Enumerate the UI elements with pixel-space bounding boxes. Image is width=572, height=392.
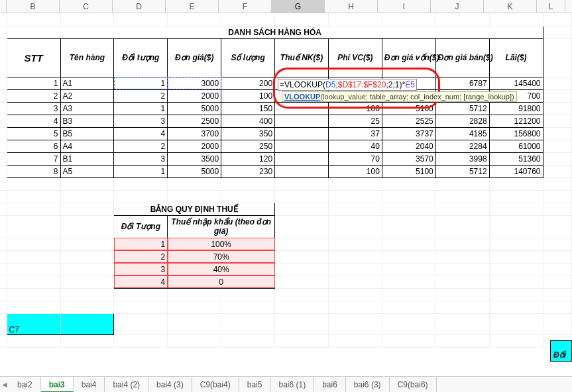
right-cyan-label: Đối tư	[550, 340, 572, 362]
col-G[interactable]: G	[272, 0, 325, 13]
lookup-table-row[interactable]: 270%	[0, 250, 572, 263]
formula-ref3: E5	[405, 80, 415, 89]
table-row[interactable]: 4B3325004002525252828121200	[0, 115, 572, 127]
sheet-tab[interactable]: C9(bai6)	[390, 377, 437, 393]
table2-h1: Đối Tượng	[114, 215, 168, 238]
lookup-table-row[interactable]: 340%	[0, 263, 572, 275]
hdr-phivc: Phí VC($)	[328, 38, 382, 77]
table-row[interactable]: 5B5437003503737374185156800	[0, 127, 572, 140]
formula-tooltip: VLOOKUP(lookup_value; table_array; col_i…	[282, 91, 517, 102]
col-B[interactable]: B	[7, 0, 60, 13]
col-L[interactable]: L	[537, 0, 565, 13]
spreadsheet-grid[interactable]: DANH SÁCH HÀNG HÓA STT Tên hàng Đối tượn…	[0, 13, 572, 348]
table-row[interactable]: 3A3150001501005100571291800	[0, 102, 572, 115]
hdr-soluong: Số lượng	[221, 38, 275, 77]
hdr-dgban: Đơn giá bán($)	[435, 38, 489, 77]
hdr-doituong: Đối tượng	[114, 38, 168, 77]
col-D[interactable]: D	[113, 0, 166, 13]
col-E[interactable]: E	[166, 0, 219, 13]
sheet-tab-bar: ◄ bai2bai3bai4bai4 (2)bai4 (3)C9(bai4)ba…	[0, 376, 572, 392]
col-J[interactable]: J	[431, 0, 484, 13]
hdr-stt: STT	[7, 38, 60, 77]
lookup-table-row[interactable]: 40	[0, 275, 572, 288]
formula-ref2: $D$17:$F$20	[338, 80, 386, 89]
lookup-table-row[interactable]: 1100%	[0, 238, 572, 250]
col-I[interactable]: I	[378, 0, 431, 13]
hdr-dgvon: Đơn giá vốn($)	[382, 38, 435, 77]
sheet-tab[interactable]: bai6 (3)	[346, 377, 390, 393]
sheet-tab[interactable]: C9(bai4)	[192, 377, 239, 393]
table-row[interactable]: 7B133500120703570399851360	[0, 152, 572, 165]
sheet-tab[interactable]: bai2	[9, 377, 41, 393]
sheet-tab[interactable]: bai3	[41, 377, 74, 393]
main-title: DANH SÁCH HÀNG HÓA	[7, 26, 543, 38]
col-K[interactable]: K	[484, 0, 537, 13]
name-box-cell: C7	[7, 313, 60, 334]
table2-h2: Thuế nhập khẩu (theo đơn giá)	[168, 215, 275, 238]
sheet-tab[interactable]: bai6 (1)	[270, 377, 314, 393]
formula-editor[interactable]: =VLOOKUP(D5;$D$17:$F$20;2;1)*E5	[278, 79, 417, 91]
hdr-lai: Lãi($)	[489, 38, 543, 77]
column-headers: B C D E F G H I J K L	[0, 0, 572, 13]
col-C[interactable]: C	[60, 0, 113, 13]
sheet-tab[interactable]: bai4 (2)	[105, 377, 148, 393]
table2-title: BẢNG QUY ĐỊNH THUẾ	[114, 203, 275, 215]
tab-scroll-left-icon[interactable]: ◄	[0, 380, 9, 389]
col-F[interactable]: F	[219, 0, 272, 13]
sheet-tab[interactable]: bai5	[239, 377, 271, 393]
tooltip-link[interactable]: VLOOKUP	[284, 93, 320, 101]
hdr-ten: Tên hàng	[60, 38, 114, 77]
sheet-tab[interactable]: bai4 (3)	[148, 377, 192, 393]
col-H[interactable]: H	[325, 0, 378, 13]
sheet-tab[interactable]: bai6	[314, 377, 346, 393]
table-row[interactable]: 6A422000250402040228461000	[0, 140, 572, 152]
sheet-tab[interactable]: bai4	[74, 377, 105, 393]
hdr-thue: Thuế NK($)	[275, 38, 329, 77]
formula-prefix: =VLOOKUP(	[280, 80, 325, 89]
table-row[interactable]: 8A51500023010051005712140760	[0, 165, 572, 177]
formula-ref1: D5	[325, 80, 335, 89]
hdr-dongia: Đơn giá($)	[168, 38, 221, 77]
